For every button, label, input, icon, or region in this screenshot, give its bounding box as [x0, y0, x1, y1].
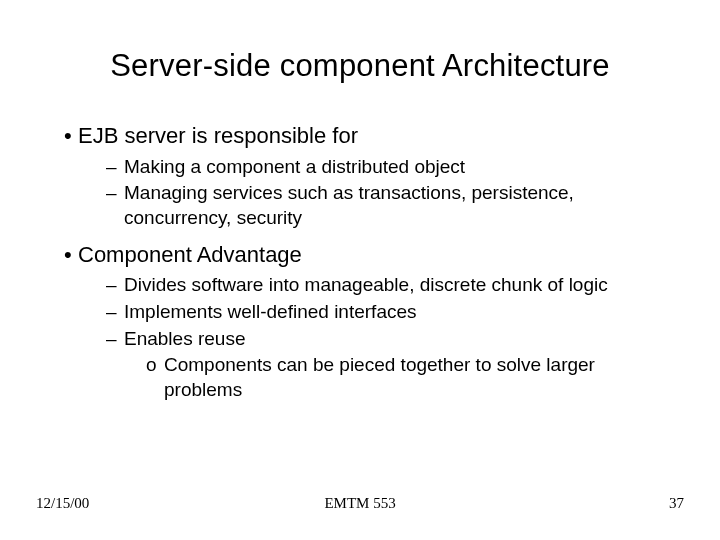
dash-icon: – — [106, 155, 124, 180]
list-item: Implements well-defined interfaces — [124, 301, 417, 322]
bullet-dot-icon: • — [64, 241, 78, 270]
slide-body: •EJB server is responsible for –Making a… — [56, 122, 664, 403]
bullet-level3: oComponents can be pieced together to so… — [56, 353, 664, 402]
bullet-level1: •EJB server is responsible for — [56, 122, 664, 151]
bullet-level2: –Enables reuse — [56, 327, 664, 352]
circle-icon: o — [146, 353, 164, 378]
list-item: Enables reuse — [124, 328, 245, 349]
section-heading: EJB server is responsible for — [78, 123, 358, 148]
list-item: Components can be pieced together to sol… — [164, 354, 595, 400]
slide: Server-side component Architecture •EJB … — [0, 0, 720, 540]
bullet-level2: –Managing services such as transactions,… — [56, 181, 664, 230]
slide-title: Server-side component Architecture — [56, 48, 664, 84]
bullet-level2: –Divides software into manageable, discr… — [56, 273, 664, 298]
dash-icon: – — [106, 327, 124, 352]
dash-icon: – — [106, 181, 124, 206]
bullet-dot-icon: • — [64, 122, 78, 151]
section-heading: Component Advantage — [78, 242, 302, 267]
bullet-level1: •Component Advantage — [56, 241, 664, 270]
list-item: Making a component a distributed object — [124, 156, 465, 177]
list-item: Managing services such as transactions, … — [124, 182, 574, 228]
list-item: Divides software into manageable, discre… — [124, 274, 608, 295]
bullet-level2: –Making a component a distributed object — [56, 155, 664, 180]
dash-icon: – — [106, 273, 124, 298]
dash-icon: – — [106, 300, 124, 325]
footer-course: EMTM 553 — [0, 495, 720, 512]
bullet-level2: –Implements well-defined interfaces — [56, 300, 664, 325]
slide-footer: 12/15/00 EMTM 553 37 — [0, 495, 720, 512]
